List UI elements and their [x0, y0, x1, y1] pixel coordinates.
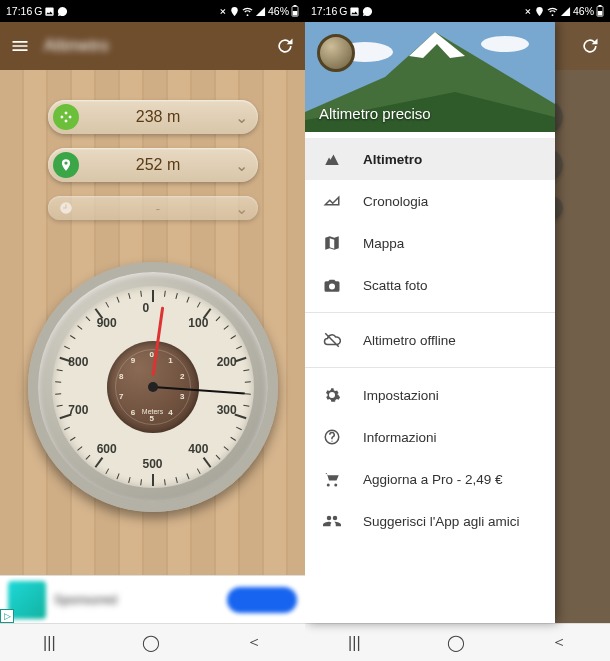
status-time: 17:16 — [311, 5, 337, 17]
gauge-outer-label: 500 — [143, 457, 163, 471]
drawer-compass-icon — [317, 34, 355, 72]
home-button[interactable]: ◯ — [142, 633, 160, 652]
menu-label: Mappa — [363, 236, 404, 251]
menu-cronologia[interactable]: Cronologia — [305, 180, 555, 222]
gauge-outer-label: 400 — [188, 442, 208, 456]
menu-label: Impostazioni — [363, 388, 439, 403]
menu-label: Aggiorna a Pro - 2,49 € — [363, 472, 503, 487]
app-title: Altimetro — [44, 37, 109, 55]
menu-label: Altimetro — [363, 152, 422, 167]
battery-pct: 46% — [573, 5, 594, 17]
gauge-outer-label: 100 — [188, 316, 208, 330]
gallery-icon — [349, 6, 360, 17]
time-value: - — [79, 201, 258, 216]
gauge-inner-label: 1 — [168, 356, 172, 365]
reading-gps[interactable]: 252 m ⌄ — [48, 148, 258, 182]
chevron-down-icon: ⌄ — [235, 199, 248, 218]
home-button[interactable]: ◯ — [447, 633, 465, 652]
battery-icon — [596, 5, 604, 17]
altimeter-gauge: 0100200300400500600700800900 0123456789 … — [28, 262, 278, 512]
gauge-outer-label: 300 — [217, 403, 237, 417]
gallery-icon — [44, 6, 55, 17]
menu-mappa[interactable]: Mappa — [305, 222, 555, 264]
menu-icon[interactable] — [10, 36, 30, 56]
back-button[interactable]: ＜ — [246, 632, 262, 653]
battery-icon — [291, 5, 299, 17]
menu-label: Informazioni — [363, 430, 437, 445]
battery-pct: 46% — [268, 5, 289, 17]
reading-time[interactable]: - ⌄ — [48, 196, 258, 220]
menu-label: Altimetro offline — [363, 333, 456, 348]
status-time: 17:16 — [6, 5, 32, 17]
gear-icon — [323, 386, 341, 404]
ad-cta-button[interactable] — [227, 587, 297, 613]
cart-icon — [323, 470, 341, 488]
main-content: 238 m ⌄ 252 m ⌄ - ⌄ — [0, 70, 305, 661]
menu-label: Cronologia — [363, 194, 428, 209]
ad-text: Sponsored — [54, 592, 219, 607]
location-icon — [229, 6, 240, 17]
location-icon — [534, 6, 545, 17]
nav-drawer: Altimetro preciso Altimetro Cronologia M… — [305, 22, 555, 623]
gauge-inner-label: 7 — [119, 392, 123, 401]
drawer-header: Altimetro preciso — [305, 22, 555, 132]
screen-main: 17:16 G 46% Altimetro 238 m — [0, 0, 305, 661]
cloud-off-icon — [323, 331, 341, 349]
recents-button[interactable]: ||| — [348, 634, 360, 652]
drawer-menu: Altimetro Cronologia Mappa Scatta foto A… — [305, 132, 555, 548]
needle-cap — [148, 382, 158, 392]
satellite-icon — [53, 104, 79, 130]
gauge-outer-label: 600 — [97, 442, 117, 456]
menu-impostazioni[interactable]: Impostazioni — [305, 374, 555, 416]
whatsapp-icon — [57, 6, 68, 17]
wifi-icon — [242, 6, 253, 17]
gps-value: 252 m — [79, 156, 258, 174]
svg-rect-5 — [598, 11, 603, 16]
refresh-icon[interactable] — [275, 36, 295, 56]
gauge-inner-label: 4 — [168, 408, 172, 417]
mountain-icon — [323, 150, 341, 168]
clock-icon — [53, 195, 79, 221]
svg-rect-1 — [294, 5, 297, 7]
menu-informazioni[interactable]: Informazioni — [305, 416, 555, 458]
drawer-title: Altimetro preciso — [319, 105, 431, 122]
gauge-unit: Meters — [142, 408, 163, 415]
back-button[interactable]: ＜ — [551, 632, 567, 653]
menu-separator — [305, 312, 555, 313]
reading-satellite[interactable]: 238 m ⌄ — [48, 100, 258, 134]
menu-offline[interactable]: Altimetro offline — [305, 319, 555, 361]
recents-button[interactable]: ||| — [43, 634, 55, 652]
help-icon — [323, 428, 341, 446]
chart-icon — [323, 192, 341, 210]
app-bar: Altimetro — [0, 22, 305, 70]
gauge-inner-label: 5 — [150, 414, 154, 423]
svg-rect-4 — [599, 5, 602, 7]
gauge-outer-label: 900 — [97, 316, 117, 330]
gauge-outer-label: 800 — [68, 355, 88, 369]
gauge-inner-label: 6 — [131, 408, 135, 417]
mute-icon — [521, 6, 532, 17]
chevron-down-icon: ⌄ — [235, 108, 248, 127]
menu-suggerisci[interactable]: Suggerisci l'App agli amici — [305, 500, 555, 542]
status-google-icon: G — [34, 5, 42, 17]
menu-separator — [305, 367, 555, 368]
ad-badge-icon[interactable]: ▷ — [0, 609, 14, 623]
camera-icon — [323, 276, 341, 294]
ad-banner[interactable]: Sponsored ▷ — [0, 575, 305, 623]
status-bar: 17:16 G 46% — [305, 0, 610, 22]
people-icon — [323, 512, 341, 530]
menu-scatta-foto[interactable]: Scatta foto — [305, 264, 555, 306]
location-pin-icon — [53, 152, 79, 178]
menu-label: Scatta foto — [363, 278, 428, 293]
chevron-down-icon: ⌄ — [235, 156, 248, 175]
gauge-outer-label: 0 — [143, 301, 150, 315]
menu-upgrade[interactable]: Aggiorna a Pro - 2,49 € — [305, 458, 555, 500]
svg-point-8 — [481, 36, 529, 52]
refresh-icon — [580, 36, 600, 56]
svg-rect-2 — [293, 11, 298, 16]
satellite-value: 238 m — [79, 108, 258, 126]
signal-icon — [560, 6, 571, 17]
signal-icon — [255, 6, 266, 17]
menu-altimetro[interactable]: Altimetro — [305, 138, 555, 180]
map-icon — [323, 234, 341, 252]
